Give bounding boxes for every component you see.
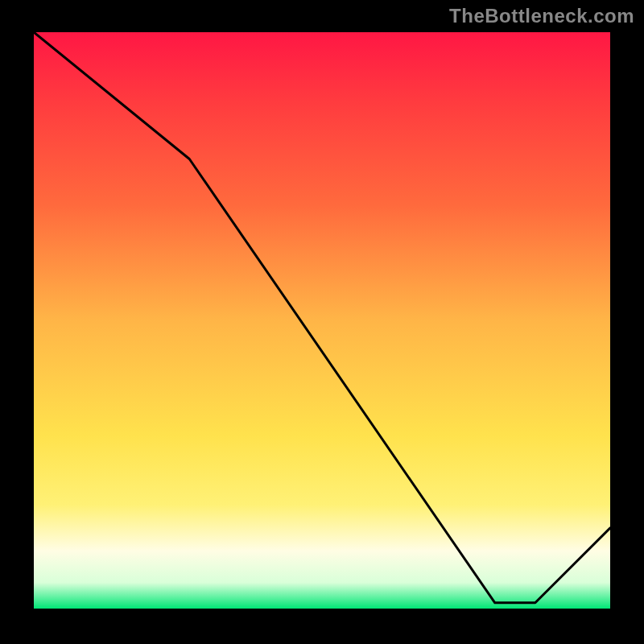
gradient-background — [34, 32, 610, 609]
chart-container: TheBottleneck.com — [0, 0, 644, 644]
chart-svg — [34, 32, 610, 609]
watermark-text: TheBottleneck.com — [449, 5, 634, 27]
plot-area — [34, 32, 610, 609]
